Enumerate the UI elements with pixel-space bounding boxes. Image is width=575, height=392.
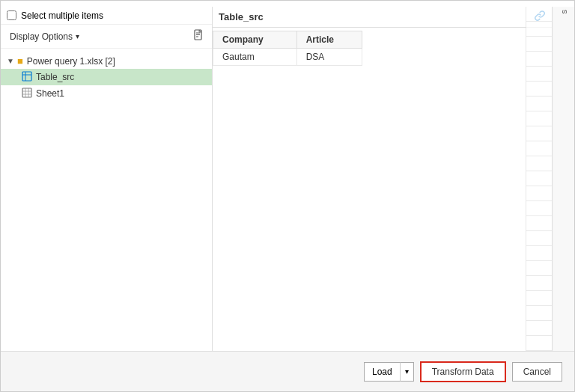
transform-data-button[interactable]: Transform Data xyxy=(420,361,506,382)
tree-item-table-src[interactable]: Table_src xyxy=(1,69,212,85)
table-row: Gautam DSA xyxy=(213,49,362,66)
right-panel: Table_src Company Art xyxy=(213,7,552,351)
bottom-bar: Load ▾ Transform Data Cancel xyxy=(1,351,574,391)
column-header-article: Article xyxy=(296,31,362,49)
load-button[interactable]: Load xyxy=(364,362,400,382)
select-multiple-row: Select multiple items xyxy=(1,7,212,25)
tree-group: ▼ ■ Power query 1.xlsx [2] Table_sr xyxy=(1,52,212,103)
display-options-row: Display Options ▾ xyxy=(1,25,212,49)
load-dropdown-arrow[interactable]: ▾ xyxy=(400,362,414,382)
cell-company: Gautam xyxy=(213,49,297,66)
tree-area: ▼ ■ Power query 1.xlsx [2] Table_sr xyxy=(1,49,212,351)
load-button-group: Load ▾ xyxy=(364,362,414,382)
collapse-icon: ▼ xyxy=(7,57,14,65)
tree-item-label-table-src: Table_src xyxy=(36,72,74,82)
svg-rect-7 xyxy=(22,88,31,97)
data-table-wrapper: Company Article Gautam DSA xyxy=(213,28,552,351)
select-multiple-checkbox[interactable] xyxy=(7,10,16,20)
cancel-button[interactable]: Cancel xyxy=(512,362,562,382)
right-panel-header: Table_src xyxy=(213,7,552,28)
data-table: Company Article Gautam DSA xyxy=(213,31,362,66)
column-header-company: Company xyxy=(213,31,297,49)
tree-item-label-sheet1: Sheet1 xyxy=(36,88,64,99)
svg-rect-4 xyxy=(22,72,31,81)
left-panel: Select multiple items Display Options ▾ xyxy=(1,7,213,351)
strip-label: s xyxy=(559,10,568,14)
folder-icon: ■ xyxy=(17,55,23,67)
select-multiple-label: Select multiple items xyxy=(21,10,103,21)
tree-group-header[interactable]: ▼ ■ Power query 1.xlsx [2] xyxy=(1,53,212,69)
background-grid xyxy=(526,7,552,351)
display-options-button[interactable]: Display Options ▾ xyxy=(7,30,82,43)
tree-group-name: Power query 1.xlsx [2] xyxy=(27,56,115,67)
cell-article: DSA xyxy=(296,49,362,66)
table-title: Table_src xyxy=(219,11,264,22)
far-right-strip: s xyxy=(552,7,574,351)
display-options-label: Display Options xyxy=(10,31,73,42)
new-source-icon[interactable] xyxy=(191,28,206,45)
main-area: Select multiple items Display Options ▾ xyxy=(1,7,574,351)
sheet-icon xyxy=(22,88,32,99)
navigator-dialog: Select multiple items Display Options ▾ xyxy=(0,0,575,392)
table-icon xyxy=(22,71,32,83)
tree-item-sheet1[interactable]: Sheet1 xyxy=(1,85,212,102)
top-bar xyxy=(1,1,574,7)
chevron-down-icon: ▾ xyxy=(76,32,79,40)
